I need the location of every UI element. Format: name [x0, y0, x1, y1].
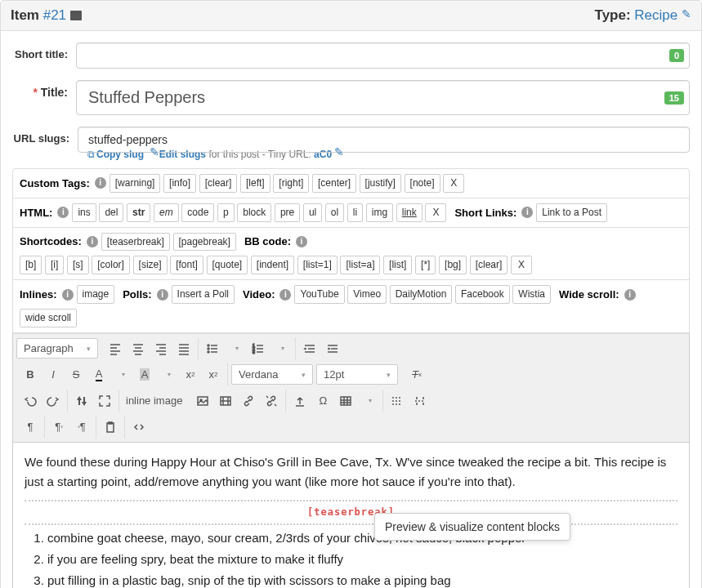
recipe-step[interactable]: if you are feeling spry, beat the mixtur… — [47, 550, 677, 569]
slug-input-wrap[interactable] — [78, 127, 690, 153]
bg-color-button[interactable]: A — [133, 363, 156, 386]
html-tag-button[interactable]: link — [396, 203, 423, 222]
info-icon[interactable]: i — [521, 207, 533, 218]
bg-color-dropdown[interactable] — [156, 363, 179, 386]
insert-media-icon[interactable] — [214, 390, 237, 412]
custom-tag-button[interactable]: [note] — [405, 174, 440, 193]
html-tag-button[interactable]: ol — [325, 203, 344, 222]
html-tag-button[interactable]: block — [237, 203, 271, 222]
html-tag-button[interactable]: code — [181, 203, 214, 222]
video-button[interactable]: Facebook — [455, 285, 510, 304]
insert-image-icon[interactable] — [191, 390, 214, 412]
custom-tag-button[interactable]: X — [443, 174, 464, 193]
unlink-icon[interactable] — [260, 390, 283, 412]
align-justify-icon[interactable] — [172, 337, 195, 360]
align-right-icon[interactable] — [150, 337, 172, 360]
short-title-input-wrap[interactable]: 0 — [76, 42, 690, 69]
bbcode-button[interactable]: [list] — [383, 256, 412, 274]
italic-button[interactable]: I — [42, 363, 65, 386]
hr-icon[interactable] — [386, 390, 409, 412]
bbcode-button[interactable]: [indent] — [251, 256, 294, 274]
recipe-steps[interactable]: combine goat cheese, mayo, sour cream, 2… — [25, 528, 677, 588]
text-color-dropdown[interactable] — [110, 363, 133, 386]
custom-tag-button[interactable]: [center] — [312, 174, 356, 193]
strikethrough-button[interactable]: S — [65, 363, 87, 386]
superscript-button[interactable]: x2 — [202, 363, 225, 386]
html-tag-button[interactable]: p — [217, 203, 235, 222]
bbcode-button[interactable]: [list=a] — [340, 256, 380, 274]
video-button[interactable]: Wistia — [512, 285, 551, 304]
redo-icon[interactable] — [42, 390, 65, 412]
video-button[interactable]: YouTube — [294, 285, 344, 304]
bbcode-button[interactable]: X — [511, 256, 532, 274]
custom-tag-button[interactable]: [info] — [163, 174, 196, 193]
clear-format-button[interactable]: Tx — [405, 363, 428, 386]
rtl-icon[interactable]: ‹¶ — [70, 416, 93, 439]
bullet-list-icon[interactable] — [201, 337, 224, 360]
recipe-step[interactable]: put filling in a plastic bag, snip of th… — [47, 571, 677, 588]
recipe-step[interactable]: combine goat cheese, mayo, sour cream, 2… — [47, 528, 677, 548]
fullscreen-icon[interactable] — [93, 390, 116, 412]
info-icon[interactable]: i — [57, 207, 69, 218]
video-button[interactable]: Vimeo — [347, 285, 387, 304]
font-size-select[interactable]: 12pt — [316, 364, 398, 385]
html-tag-button[interactable]: del — [99, 203, 123, 222]
bbcode-button[interactable]: [quote] — [207, 256, 248, 274]
custom-tag-button[interactable]: [clear] — [199, 174, 238, 193]
show-blocks-icon[interactable]: ¶ — [19, 416, 42, 439]
info-icon[interactable]: i — [157, 289, 168, 301]
bbcode-button[interactable]: [i] — [45, 256, 64, 274]
align-center-icon[interactable] — [127, 337, 150, 360]
pencil-icon[interactable] — [682, 10, 691, 20]
info-icon[interactable]: i — [296, 236, 307, 247]
find-icon[interactable] — [70, 390, 93, 412]
custom-tag-button[interactable]: [justify] — [360, 174, 401, 193]
upload-icon[interactable] — [288, 390, 311, 412]
number-list-icon[interactable]: 123 — [247, 337, 270, 360]
html-tag-button[interactable]: em — [154, 203, 179, 222]
text-color-button[interactable]: A — [87, 363, 110, 386]
info-icon[interactable]: i — [624, 289, 636, 301]
content-paragraph[interactable]: We found these during Happy Hour at Chis… — [25, 452, 677, 492]
tiny-url-edit-icon[interactable] — [334, 148, 344, 158]
html-tag-button[interactable]: ul — [303, 203, 322, 222]
video-button[interactable]: DailyMotion — [390, 285, 453, 304]
format-select[interactable]: Paragraph — [16, 338, 98, 359]
title-input-wrap[interactable]: 15 — [76, 80, 690, 115]
number-list-dropdown[interactable] — [270, 337, 293, 360]
html-tag-button[interactable]: ins — [72, 203, 96, 222]
bbcode-button[interactable]: [list=1] — [297, 256, 338, 274]
bbcode-button[interactable]: [bg] — [439, 256, 467, 274]
html-tag-button[interactable]: pre — [275, 203, 300, 222]
info-icon[interactable]: i — [95, 177, 106, 189]
short-title-input[interactable] — [85, 48, 656, 63]
bullet-list-dropdown[interactable] — [224, 337, 247, 360]
shortcode-button[interactable]: [pagebreak] — [173, 233, 236, 252]
custom-tag-button[interactable]: [left] — [240, 174, 271, 193]
paste-icon[interactable] — [99, 416, 122, 439]
link-icon[interactable] — [237, 390, 260, 412]
bbcode-button[interactable]: [color] — [92, 256, 130, 274]
align-left-icon[interactable] — [104, 337, 127, 360]
inline-image-button[interactable]: image — [77, 285, 115, 304]
bbcode-button[interactable]: [font] — [170, 256, 203, 274]
pagebreak-icon[interactable] — [409, 390, 431, 412]
html-tag-button[interactable]: img — [366, 203, 393, 222]
outdent-icon[interactable] — [298, 337, 321, 360]
special-char-icon[interactable]: Ω — [311, 390, 334, 412]
html-tag-button[interactable]: li — [347, 203, 363, 222]
bbcode-button[interactable]: [size] — [133, 256, 168, 274]
undo-icon[interactable] — [19, 390, 42, 412]
table-dropdown[interactable] — [357, 390, 380, 412]
title-input[interactable] — [87, 87, 655, 108]
bbcode-button[interactable]: [b] — [20, 256, 42, 274]
insert-poll-button[interactable]: Insert a Poll — [172, 285, 235, 304]
header-item-number[interactable]: #21 — [43, 7, 66, 23]
font-select[interactable]: Verdana — [231, 364, 313, 385]
info-icon[interactable]: i — [87, 236, 98, 247]
shortcode-button[interactable]: [teaserbreak] — [101, 233, 170, 252]
html-tag-button[interactable]: str — [127, 203, 150, 222]
source-code-icon[interactable] — [127, 416, 150, 439]
wide-scroll-button[interactable]: wide scroll — [20, 309, 77, 327]
bbcode-button[interactable]: [s] — [67, 256, 89, 274]
